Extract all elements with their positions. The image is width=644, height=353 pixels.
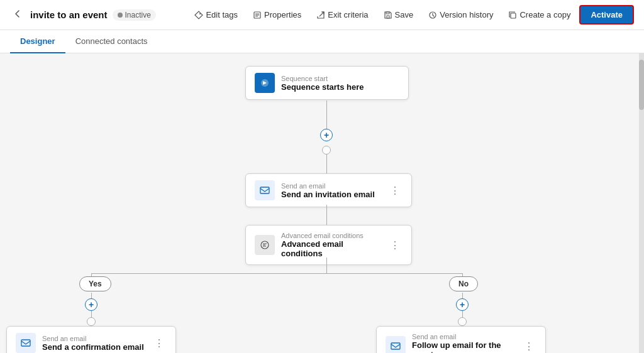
confirmation-menu[interactable]: ⋮	[152, 336, 167, 350]
yes-oval: Yes	[79, 276, 111, 291]
circle-right	[458, 317, 467, 326]
canvas: Sequence start Sequence starts here + Se…	[0, 53, 644, 353]
svg-rect-12	[21, 340, 30, 346]
svg-rect-10	[260, 187, 269, 193]
line-5	[326, 258, 327, 273]
followup-email-labels: Send an email Follow up email for the ev…	[412, 333, 515, 353]
line-h-split	[91, 273, 462, 274]
edit-tags-button[interactable]: Edit tags	[188, 6, 244, 23]
confirmation-main: Send a confirmation email	[42, 342, 144, 352]
confirmation-email-node[interactable]: Send an email Send a confirmation email …	[6, 326, 176, 353]
advanced-email-main: Advanced email conditions	[281, 239, 381, 258]
add-button-1[interactable]: +	[320, 129, 333, 141]
no-oval: No	[449, 276, 478, 291]
version-history-button[interactable]: Version history	[422, 6, 499, 23]
sequence-start-node[interactable]: Sequence start Sequence starts here	[245, 66, 409, 100]
advanced-email-node[interactable]: Advanced email conditions Advanced email…	[245, 225, 412, 265]
advanced-email-menu[interactable]: ⋮	[387, 238, 402, 253]
sequence-start-small: Sequence start	[281, 75, 364, 82]
followup-email-icon	[386, 336, 406, 353]
confirmation-small: Send an email	[42, 335, 144, 342]
sequence-start-main: Sequence starts here	[281, 82, 364, 92]
circle-left	[87, 317, 96, 326]
status-badge: Inactive	[113, 9, 156, 21]
nav-tabs: Designer Connected contacts	[0, 30, 644, 53]
save-button[interactable]: Save	[377, 6, 420, 23]
advanced-email-small: Advanced email conditions	[281, 232, 381, 239]
followup-main: Follow up email for the event	[412, 340, 515, 353]
activate-button[interactable]: Activate	[579, 5, 634, 24]
header-left: invite to an event Inactive	[10, 6, 180, 24]
tab-designer[interactable]: Designer	[10, 30, 65, 53]
tab-connected-contacts[interactable]: Connected contacts	[65, 30, 158, 53]
followup-email-node[interactable]: Send an email Follow up email for the ev…	[376, 326, 546, 353]
add-button-left[interactable]: +	[85, 298, 97, 311]
header: invite to an event Inactive Edit tags Pr…	[0, 0, 644, 30]
scrollbar[interactable]	[639, 53, 644, 353]
line-3	[326, 205, 327, 225]
exit-criteria-button[interactable]: Exit criteria	[310, 6, 374, 23]
svg-point-0	[199, 13, 201, 14]
svg-rect-13	[391, 343, 400, 349]
status-dot	[118, 13, 123, 18]
header-actions: Edit tags Properties Exit criteria Save …	[188, 5, 634, 24]
sequence-start-icon	[255, 73, 275, 93]
confirmation-email-icon	[16, 333, 36, 353]
sequence-start-labels: Sequence start Sequence starts here	[281, 75, 364, 92]
circle-1	[322, 146, 331, 155]
send-email-1-main: Send an invitation email	[281, 190, 375, 199]
send-email-1-node[interactable]: Send an email Send an invitation email ⋮	[245, 173, 412, 207]
send-email-1-small: Send an email	[281, 182, 375, 190]
svg-rect-8	[511, 13, 516, 18]
advanced-email-icon	[255, 235, 275, 255]
confirmation-email-labels: Send an email Send a confirmation email	[42, 335, 144, 352]
page-title: invite to an event	[30, 9, 108, 20]
send-email-1-labels: Send an email Send an invitation email	[281, 182, 375, 199]
line-2	[326, 155, 327, 173]
properties-button[interactable]: Properties	[247, 6, 308, 23]
send-email-1-icon	[255, 180, 275, 200]
send-email-1-menu[interactable]: ⋮	[387, 183, 402, 198]
advanced-email-labels: Advanced email conditions Advanced email…	[281, 232, 381, 258]
svg-rect-6	[386, 12, 389, 14]
back-button[interactable]	[10, 6, 25, 24]
create-copy-button[interactable]: Create a copy	[502, 6, 577, 23]
add-button-right[interactable]: +	[456, 298, 469, 311]
followup-menu[interactable]: ⋮	[521, 339, 536, 354]
scrollbar-thumb[interactable]	[639, 60, 644, 110]
followup-small: Send an email	[412, 333, 515, 340]
